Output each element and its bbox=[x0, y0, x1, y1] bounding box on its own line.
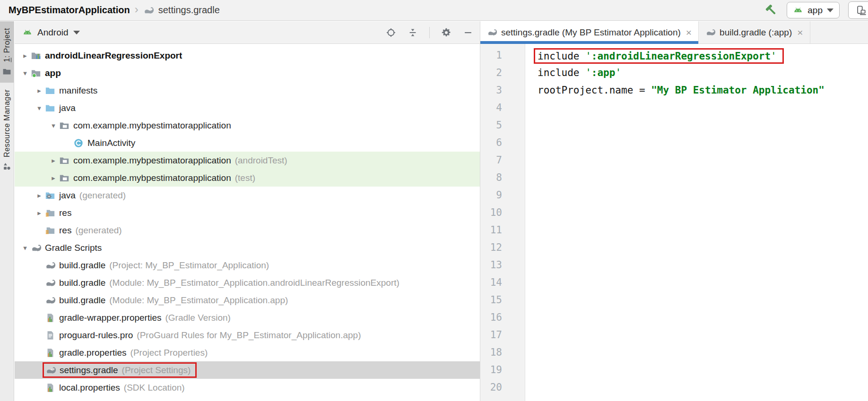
project-panel-toolbar bbox=[386, 27, 473, 38]
code-area[interactable]: include ':androidLinearRegressionExport'… bbox=[525, 44, 868, 401]
tree-row-content: com.example.mybpestimatorapplication bbox=[59, 118, 231, 133]
gradle-icon bbox=[31, 243, 41, 253]
tree-row[interactable]: ▸res bbox=[15, 204, 480, 222]
code-segment: ' bbox=[771, 51, 777, 62]
code-line[interactable]: rootProject.name = "My BP Estimator Appl… bbox=[525, 82, 868, 99]
tree-row[interactable]: ▾java bbox=[15, 99, 480, 117]
tree-row[interactable]: gradle-wrapper.properties(Gradle Version… bbox=[15, 309, 480, 326]
line-number: 9 bbox=[480, 187, 525, 204]
folder-icon bbox=[2, 67, 11, 76]
tree-expanded-arrow-icon[interactable]: ▾ bbox=[34, 104, 45, 112]
tree-row[interactable]: build.gradle(Module: My_BP_Estimator_App… bbox=[15, 291, 480, 309]
collapse-all-icon[interactable] bbox=[408, 27, 418, 38]
tree-expanded-arrow-icon[interactable]: ▾ bbox=[48, 121, 59, 130]
tree-item-annotation: (Module: My_BP_Estimator_Application.app… bbox=[109, 295, 288, 306]
locate-file-icon[interactable] bbox=[386, 27, 396, 38]
tool-window-stripe: 1: Project Resource Manager bbox=[0, 21, 14, 401]
tree-row[interactable]: gradle.properties(Project Properties) bbox=[15, 344, 480, 361]
tool-window-resource-manager[interactable]: Resource Manager bbox=[0, 83, 14, 178]
tree-collapsed-arrow-icon[interactable]: ▸ bbox=[34, 86, 45, 95]
breadcrumb-file[interactable]: settings.gradle bbox=[158, 5, 220, 16]
tree-row-content: res(generated) bbox=[45, 222, 122, 238]
run-configuration-label: app bbox=[807, 5, 823, 16]
tree-row[interactable]: ▸androidLinearRegressionExport bbox=[15, 47, 480, 64]
code-line[interactable] bbox=[525, 99, 868, 117]
tree-row[interactable]: build.gradle(Project: My_BP_Estimator_Ap… bbox=[15, 256, 480, 274]
project-view-selector[interactable]: Android bbox=[22, 27, 80, 38]
tree-row[interactable]: ▸manifests bbox=[15, 82, 480, 99]
tree-row-content: java(generated) bbox=[45, 188, 126, 203]
line-number: 6 bbox=[480, 134, 525, 152]
code-line[interactable] bbox=[525, 222, 868, 239]
tree-row-content: androidLinearRegressionExport bbox=[31, 48, 182, 63]
hide-panel-icon[interactable] bbox=[463, 27, 473, 38]
code-line[interactable] bbox=[525, 169, 868, 187]
tab-close-icon[interactable]: × bbox=[686, 27, 692, 38]
code-line[interactable] bbox=[525, 326, 868, 344]
editor-tab[interactable]: build.gradle (:app)× bbox=[699, 21, 810, 43]
tree-row[interactable]: ▾Gradle Scripts bbox=[15, 239, 480, 256]
devices-icon bbox=[856, 5, 866, 16]
tree-row[interactable]: res(generated) bbox=[15, 222, 480, 239]
code-line[interactable]: include ':androidLinearRegressionExport' bbox=[525, 47, 868, 64]
tree-expanded-arrow-icon[interactable]: ▾ bbox=[19, 244, 31, 252]
run-configuration-selector[interactable]: app bbox=[787, 2, 840, 18]
settings-gear-icon[interactable] bbox=[441, 27, 451, 38]
breadcrumb-bar: MyBPEstimatorApplication › settings.grad… bbox=[0, 0, 868, 21]
code-line[interactable] bbox=[525, 204, 868, 222]
tree-row[interactable]: proguard-rules.pro(ProGuard Rules for My… bbox=[15, 326, 480, 344]
tree-row[interactable]: local.properties(SDK Location) bbox=[15, 379, 480, 396]
tree-collapsed-arrow-icon[interactable]: ▸ bbox=[34, 191, 45, 200]
build-hammer-icon[interactable] bbox=[765, 4, 778, 17]
tree-item-label: MainActivity bbox=[87, 138, 135, 148]
folder-icon bbox=[45, 85, 55, 96]
properties-file-icon bbox=[45, 383, 55, 393]
tree-row[interactable]: ▾com.example.mybpestimatorapplication bbox=[15, 117, 480, 134]
tree-row[interactable]: settings.gradle(Project Settings) bbox=[15, 361, 480, 379]
tree-item-annotation: (androidTest) bbox=[235, 155, 287, 166]
tree-row[interactable]: ▸java(generated) bbox=[15, 187, 480, 204]
gradle-icon bbox=[487, 27, 497, 37]
tree-collapsed-arrow-icon[interactable]: ▸ bbox=[34, 209, 45, 217]
tree-row-content: local.properties(SDK Location) bbox=[45, 380, 185, 395]
tab-close-icon[interactable]: × bbox=[797, 27, 803, 38]
code-line[interactable] bbox=[525, 274, 868, 291]
tree-row[interactable]: build.gradle(Module: My_BP_Estimator_App… bbox=[15, 274, 480, 291]
code-line[interactable] bbox=[525, 152, 868, 169]
tree-item-annotation: (test) bbox=[235, 173, 255, 183]
line-number: 18 bbox=[480, 344, 525, 361]
highlight-box: include ':androidLinearRegressionExport' bbox=[534, 48, 784, 64]
code-line[interactable] bbox=[525, 309, 868, 326]
tree-expanded-arrow-icon[interactable]: ▾ bbox=[19, 69, 31, 77]
tree-row-content: build.gradle(Project: My_BP_Estimator_Ap… bbox=[45, 257, 269, 273]
java-generated-folder-icon bbox=[45, 190, 55, 201]
tree-row[interactable]: MainActivity bbox=[15, 134, 480, 152]
code-line[interactable] bbox=[525, 344, 868, 361]
running-devices-button[interactable] bbox=[848, 1, 868, 19]
tree-row[interactable]: ▸com.example.mybpestimatorapplication(an… bbox=[15, 152, 480, 169]
tree-collapsed-arrow-icon[interactable]: ▸ bbox=[19, 51, 31, 60]
tree-item-annotation: (generated) bbox=[75, 225, 122, 236]
code-line[interactable] bbox=[525, 134, 868, 152]
tree-row[interactable]: ▾app bbox=[15, 64, 480, 82]
breadcrumb-project[interactable]: MyBPEstimatorApplication bbox=[9, 5, 130, 16]
code-line[interactable] bbox=[525, 117, 868, 134]
tree-collapsed-arrow-icon[interactable]: ▸ bbox=[48, 174, 59, 182]
gradle-icon bbox=[705, 27, 715, 37]
code-line[interactable] bbox=[525, 291, 868, 309]
breadcrumb-chevron-icon: › bbox=[135, 4, 139, 15]
package-icon bbox=[59, 120, 69, 131]
tool-window-project[interactable]: 1: Project bbox=[0, 21, 14, 83]
code-line[interactable] bbox=[525, 379, 868, 396]
tab-title: build.gradle (:app) bbox=[720, 27, 792, 38]
code-line[interactable] bbox=[525, 187, 868, 204]
code-line[interactable]: include ':app' bbox=[525, 64, 868, 82]
code-line[interactable] bbox=[525, 256, 868, 274]
tree-row[interactable]: ▸com.example.mybpestimatorapplication(te… bbox=[15, 169, 480, 187]
code-line[interactable] bbox=[525, 361, 868, 379]
tree-row-content: Gradle Scripts bbox=[31, 240, 102, 256]
editor-tab[interactable]: settings.gradle (My BP Estimator Applica… bbox=[480, 21, 699, 43]
code-line[interactable] bbox=[525, 239, 868, 256]
tree-collapsed-arrow-icon[interactable]: ▸ bbox=[48, 156, 59, 165]
tree-row-content: com.example.mybpestimatorapplication(and… bbox=[59, 153, 287, 168]
